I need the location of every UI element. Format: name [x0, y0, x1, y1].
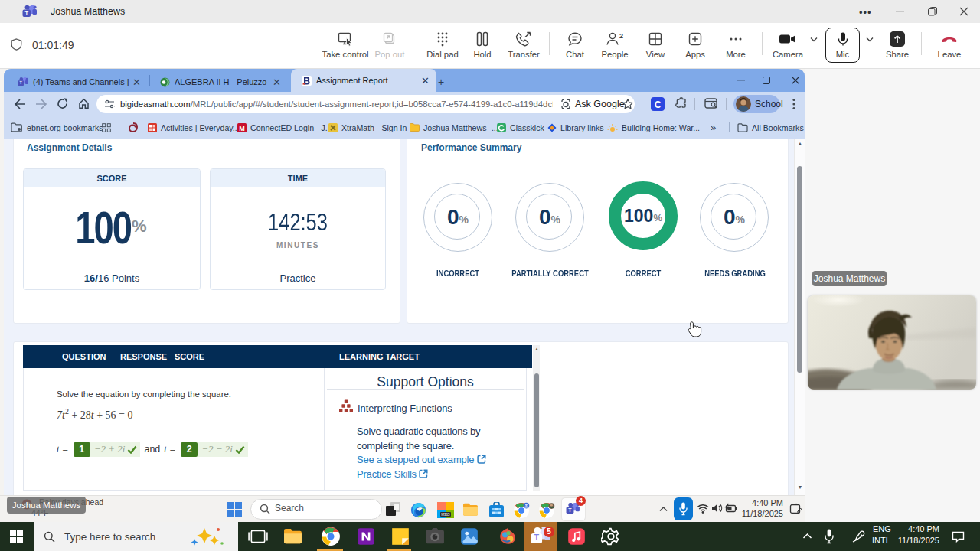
- svg-text:M: M: [239, 124, 245, 132]
- svg-text:M365: M365: [441, 513, 450, 517]
- svg-text:C: C: [655, 99, 662, 110]
- svg-text:T: T: [24, 10, 28, 17]
- svg-text:T: T: [534, 533, 540, 542]
- svg-text:2: 2: [619, 32, 623, 40]
- svg-text:T: T: [568, 507, 572, 513]
